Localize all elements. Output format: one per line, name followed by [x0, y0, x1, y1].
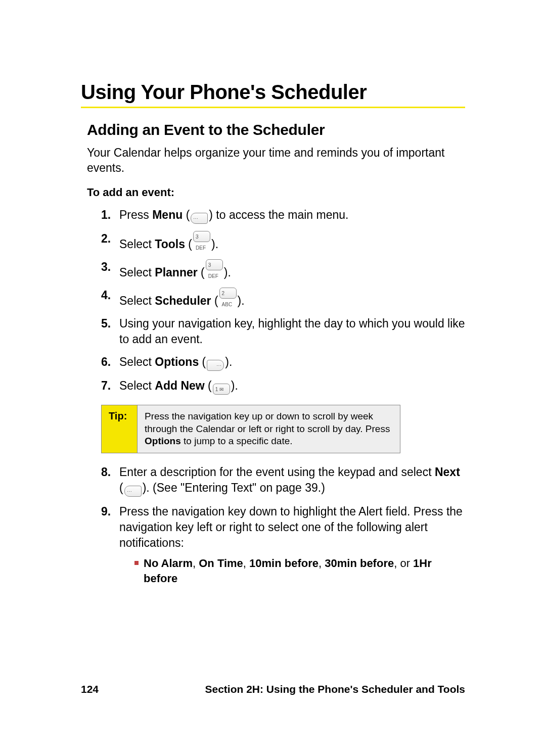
- step-text: Select: [119, 266, 155, 279]
- step-text: (: [198, 266, 205, 279]
- separator: ,: [318, 557, 325, 570]
- tip-text-part: Press the navigation key up or down to s…: [145, 411, 390, 434]
- step-number: 7.: [101, 378, 111, 394]
- step-text: (: [183, 208, 190, 221]
- steps-lead: To add an event:: [87, 186, 465, 199]
- manual-page: Using Your Phone's Scheduler Adding an E…: [0, 0, 546, 756]
- key-3-icon: 3 DEF: [193, 231, 210, 242]
- step-text: Enter a description for the event using …: [119, 465, 435, 479]
- step-4: 4. Select Scheduler (2 ABC).: [101, 288, 465, 309]
- step-bold: Planner: [155, 266, 197, 279]
- step-number: 8.: [101, 464, 111, 480]
- step-2: 2. Select Tools (3 DEF).: [101, 231, 465, 252]
- alert-option: On Time: [199, 557, 243, 570]
- step-text: ).: [225, 355, 232, 368]
- tip-text-part: to jump to a specific date.: [181, 436, 293, 446]
- step-number: 1.: [101, 207, 111, 223]
- step-text: Using your navigation key, highlight the…: [119, 317, 465, 346]
- step-8: 8. Enter a description for the event usi…: [101, 464, 465, 497]
- step-bold: Options: [155, 355, 199, 368]
- steps-list-continued: 8. Enter a description for the event usi…: [101, 464, 465, 586]
- step-text: ).: [211, 238, 218, 251]
- intro-paragraph: Your Calendar helps organize your time a…: [87, 146, 465, 176]
- step-3: 3. Select Planner (3 DEF).: [101, 259, 465, 280]
- step-bold: Menu: [152, 208, 183, 221]
- section-subtitle: Adding an Event to the Scheduler: [87, 121, 465, 138]
- page-number: 124: [81, 683, 99, 695]
- alert-option: No Alarm: [144, 557, 193, 570]
- step-7: 7. Select Add New (1 ✉).: [101, 378, 465, 395]
- step-text: (: [185, 238, 192, 251]
- step-bold: Scheduler: [155, 294, 211, 307]
- step-1: 1. Press Menu (⋯) to access the main men…: [101, 207, 465, 224]
- step-text: ). (See "Entering Text" on page 39.): [143, 481, 325, 494]
- step-text: (: [205, 379, 212, 392]
- step-5: 5. Using your navigation key, highlight …: [101, 316, 465, 347]
- key-1-icon: 1 ✉: [213, 384, 230, 395]
- step-bold: Add New: [155, 379, 204, 392]
- separator: ,: [243, 557, 249, 570]
- right-softkey-icon: ⋯: [207, 360, 224, 371]
- step-text: Select: [119, 294, 155, 307]
- step-number: 9.: [101, 504, 111, 519]
- step-number: 5.: [101, 316, 111, 332]
- tip-box: Tip: Press the navigation key up or down…: [101, 405, 400, 453]
- separator: , or: [394, 557, 413, 570]
- step-number: 6.: [101, 354, 111, 370]
- step-text: Press the navigation key down to highlig…: [119, 505, 463, 549]
- title-divider: [81, 107, 465, 108]
- key-2-icon: 2 ABC: [219, 288, 237, 299]
- step-bold: Tools: [155, 238, 185, 251]
- tip-text-bold: Options: [145, 436, 181, 446]
- steps-list: 1. Press Menu (⋯) to access the main men…: [101, 207, 465, 395]
- separator: ,: [193, 557, 199, 570]
- step-bold: Next: [435, 465, 460, 479]
- tip-label: Tip:: [102, 405, 138, 453]
- step-number: 4.: [101, 288, 111, 303]
- step-text: (: [119, 481, 123, 494]
- section-label: Section 2H: Using the Phone's Scheduler …: [205, 683, 465, 695]
- step-text: ).: [224, 266, 231, 279]
- step-text: Press: [119, 208, 152, 221]
- page-footer: 124 Section 2H: Using the Phone's Schedu…: [81, 683, 465, 695]
- alert-option: 10min before: [249, 557, 318, 570]
- step-number: 3.: [101, 259, 111, 275]
- page-title: Using Your Phone's Scheduler: [81, 81, 465, 104]
- step-text: ) to access the main menu.: [209, 208, 348, 221]
- step-text: Select: [119, 355, 155, 368]
- menu-softkey-icon: ⋯: [191, 213, 208, 224]
- step-text: Select: [119, 379, 155, 392]
- step-text: ).: [238, 294, 245, 307]
- step-9: 9. Press the navigation key down to high…: [101, 504, 465, 586]
- step-text: Select: [119, 238, 155, 251]
- alert-option: 30min before: [325, 557, 394, 570]
- step-text: (: [211, 294, 218, 307]
- key-3-icon: 3 DEF: [206, 259, 223, 270]
- step-text: ).: [231, 379, 238, 392]
- step-text: (: [199, 355, 206, 368]
- tip-text: Press the navigation key up or down to s…: [138, 405, 400, 453]
- alert-option-item: No Alarm, On Time, 10min before, 30min b…: [134, 556, 465, 586]
- menu-softkey-icon: ⋯: [124, 486, 142, 497]
- step-number: 2.: [101, 231, 111, 247]
- alert-options-list: No Alarm, On Time, 10min before, 30min b…: [134, 556, 465, 586]
- step-6: 6. Select Options (⋯).: [101, 354, 465, 371]
